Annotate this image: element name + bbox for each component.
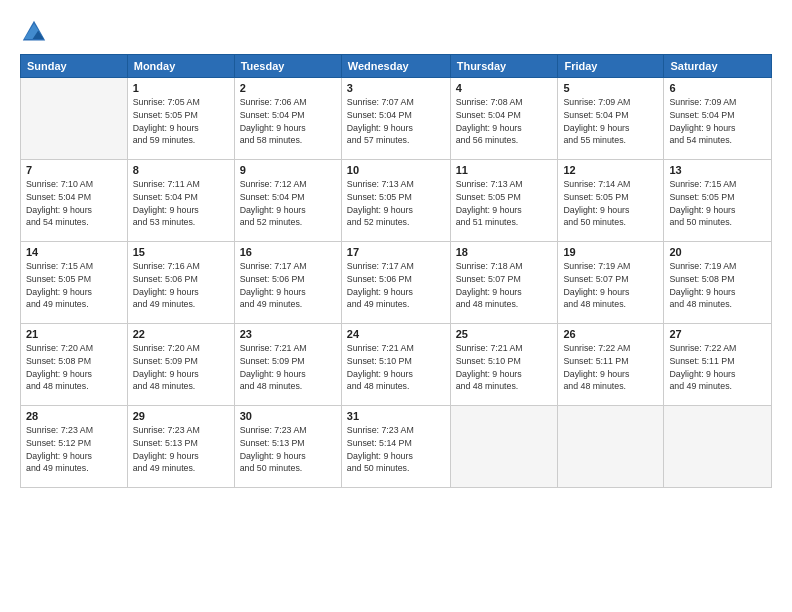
day-number: 26 — [563, 328, 658, 340]
day-info: Sunrise: 7:15 AMSunset: 5:05 PMDaylight:… — [669, 178, 766, 229]
day-number: 30 — [240, 410, 336, 422]
day-number: 23 — [240, 328, 336, 340]
day-info: Sunrise: 7:21 AMSunset: 5:09 PMDaylight:… — [240, 342, 336, 393]
calendar-cell: 14Sunrise: 7:15 AMSunset: 5:05 PMDayligh… — [21, 242, 128, 324]
calendar-cell: 12Sunrise: 7:14 AMSunset: 5:05 PMDayligh… — [558, 160, 664, 242]
calendar-cell: 2Sunrise: 7:06 AMSunset: 5:04 PMDaylight… — [234, 78, 341, 160]
calendar-cell — [664, 406, 772, 488]
day-number: 28 — [26, 410, 122, 422]
calendar-cell: 11Sunrise: 7:13 AMSunset: 5:05 PMDayligh… — [450, 160, 558, 242]
calendar-cell: 26Sunrise: 7:22 AMSunset: 5:11 PMDayligh… — [558, 324, 664, 406]
day-number: 2 — [240, 82, 336, 94]
logo-icon — [20, 18, 48, 46]
calendar-cell: 23Sunrise: 7:21 AMSunset: 5:09 PMDayligh… — [234, 324, 341, 406]
calendar-cell: 3Sunrise: 7:07 AMSunset: 5:04 PMDaylight… — [341, 78, 450, 160]
day-number: 29 — [133, 410, 229, 422]
day-number: 6 — [669, 82, 766, 94]
calendar-cell: 5Sunrise: 7:09 AMSunset: 5:04 PMDaylight… — [558, 78, 664, 160]
day-info: Sunrise: 7:12 AMSunset: 5:04 PMDaylight:… — [240, 178, 336, 229]
day-number: 25 — [456, 328, 553, 340]
day-number: 12 — [563, 164, 658, 176]
calendar-cell: 31Sunrise: 7:23 AMSunset: 5:14 PMDayligh… — [341, 406, 450, 488]
day-info: Sunrise: 7:19 AMSunset: 5:07 PMDaylight:… — [563, 260, 658, 311]
day-info: Sunrise: 7:10 AMSunset: 5:04 PMDaylight:… — [26, 178, 122, 229]
col-header-monday: Monday — [127, 55, 234, 78]
day-info: Sunrise: 7:16 AMSunset: 5:06 PMDaylight:… — [133, 260, 229, 311]
calendar-cell: 15Sunrise: 7:16 AMSunset: 5:06 PMDayligh… — [127, 242, 234, 324]
day-info: Sunrise: 7:11 AMSunset: 5:04 PMDaylight:… — [133, 178, 229, 229]
calendar-cell — [21, 78, 128, 160]
calendar-cell: 7Sunrise: 7:10 AMSunset: 5:04 PMDaylight… — [21, 160, 128, 242]
col-header-saturday: Saturday — [664, 55, 772, 78]
calendar-cell — [450, 406, 558, 488]
calendar-cell: 18Sunrise: 7:18 AMSunset: 5:07 PMDayligh… — [450, 242, 558, 324]
day-number: 7 — [26, 164, 122, 176]
day-info: Sunrise: 7:07 AMSunset: 5:04 PMDaylight:… — [347, 96, 445, 147]
day-info: Sunrise: 7:23 AMSunset: 5:13 PMDaylight:… — [240, 424, 336, 475]
day-info: Sunrise: 7:23 AMSunset: 5:12 PMDaylight:… — [26, 424, 122, 475]
day-info: Sunrise: 7:05 AMSunset: 5:05 PMDaylight:… — [133, 96, 229, 147]
day-number: 1 — [133, 82, 229, 94]
day-number: 11 — [456, 164, 553, 176]
day-info: Sunrise: 7:15 AMSunset: 5:05 PMDaylight:… — [26, 260, 122, 311]
day-number: 15 — [133, 246, 229, 258]
calendar-cell: 4Sunrise: 7:08 AMSunset: 5:04 PMDaylight… — [450, 78, 558, 160]
col-header-friday: Friday — [558, 55, 664, 78]
day-info: Sunrise: 7:13 AMSunset: 5:05 PMDaylight:… — [456, 178, 553, 229]
header — [20, 18, 772, 46]
day-info: Sunrise: 7:13 AMSunset: 5:05 PMDaylight:… — [347, 178, 445, 229]
day-number: 24 — [347, 328, 445, 340]
calendar-header-row: SundayMondayTuesdayWednesdayThursdayFrid… — [21, 55, 772, 78]
day-number: 31 — [347, 410, 445, 422]
logo — [20, 18, 52, 46]
calendar-table: SundayMondayTuesdayWednesdayThursdayFrid… — [20, 54, 772, 488]
calendar-cell: 25Sunrise: 7:21 AMSunset: 5:10 PMDayligh… — [450, 324, 558, 406]
calendar-cell: 6Sunrise: 7:09 AMSunset: 5:04 PMDaylight… — [664, 78, 772, 160]
day-number: 19 — [563, 246, 658, 258]
day-info: Sunrise: 7:21 AMSunset: 5:10 PMDaylight:… — [347, 342, 445, 393]
day-info: Sunrise: 7:20 AMSunset: 5:09 PMDaylight:… — [133, 342, 229, 393]
calendar-cell: 30Sunrise: 7:23 AMSunset: 5:13 PMDayligh… — [234, 406, 341, 488]
day-number: 16 — [240, 246, 336, 258]
day-info: Sunrise: 7:17 AMSunset: 5:06 PMDaylight:… — [240, 260, 336, 311]
calendar-cell: 29Sunrise: 7:23 AMSunset: 5:13 PMDayligh… — [127, 406, 234, 488]
day-info: Sunrise: 7:23 AMSunset: 5:14 PMDaylight:… — [347, 424, 445, 475]
calendar-cell: 8Sunrise: 7:11 AMSunset: 5:04 PMDaylight… — [127, 160, 234, 242]
col-header-tuesday: Tuesday — [234, 55, 341, 78]
calendar-cell: 19Sunrise: 7:19 AMSunset: 5:07 PMDayligh… — [558, 242, 664, 324]
day-number: 10 — [347, 164, 445, 176]
day-info: Sunrise: 7:17 AMSunset: 5:06 PMDaylight:… — [347, 260, 445, 311]
day-info: Sunrise: 7:09 AMSunset: 5:04 PMDaylight:… — [669, 96, 766, 147]
calendar-cell: 28Sunrise: 7:23 AMSunset: 5:12 PMDayligh… — [21, 406, 128, 488]
week-row-1: 1Sunrise: 7:05 AMSunset: 5:05 PMDaylight… — [21, 78, 772, 160]
day-info: Sunrise: 7:21 AMSunset: 5:10 PMDaylight:… — [456, 342, 553, 393]
col-header-thursday: Thursday — [450, 55, 558, 78]
col-header-sunday: Sunday — [21, 55, 128, 78]
day-info: Sunrise: 7:19 AMSunset: 5:08 PMDaylight:… — [669, 260, 766, 311]
calendar-cell: 1Sunrise: 7:05 AMSunset: 5:05 PMDaylight… — [127, 78, 234, 160]
day-number: 22 — [133, 328, 229, 340]
day-number: 20 — [669, 246, 766, 258]
day-number: 14 — [26, 246, 122, 258]
calendar-cell: 16Sunrise: 7:17 AMSunset: 5:06 PMDayligh… — [234, 242, 341, 324]
week-row-4: 21Sunrise: 7:20 AMSunset: 5:08 PMDayligh… — [21, 324, 772, 406]
day-number: 21 — [26, 328, 122, 340]
day-number: 13 — [669, 164, 766, 176]
day-number: 17 — [347, 246, 445, 258]
day-info: Sunrise: 7:09 AMSunset: 5:04 PMDaylight:… — [563, 96, 658, 147]
day-number: 27 — [669, 328, 766, 340]
week-row-5: 28Sunrise: 7:23 AMSunset: 5:12 PMDayligh… — [21, 406, 772, 488]
day-number: 18 — [456, 246, 553, 258]
col-header-wednesday: Wednesday — [341, 55, 450, 78]
day-number: 9 — [240, 164, 336, 176]
day-info: Sunrise: 7:08 AMSunset: 5:04 PMDaylight:… — [456, 96, 553, 147]
calendar-cell: 22Sunrise: 7:20 AMSunset: 5:09 PMDayligh… — [127, 324, 234, 406]
day-number: 3 — [347, 82, 445, 94]
calendar-cell: 10Sunrise: 7:13 AMSunset: 5:05 PMDayligh… — [341, 160, 450, 242]
page: SundayMondayTuesdayWednesdayThursdayFrid… — [0, 0, 792, 612]
day-info: Sunrise: 7:23 AMSunset: 5:13 PMDaylight:… — [133, 424, 229, 475]
week-row-2: 7Sunrise: 7:10 AMSunset: 5:04 PMDaylight… — [21, 160, 772, 242]
day-info: Sunrise: 7:22 AMSunset: 5:11 PMDaylight:… — [563, 342, 658, 393]
day-number: 4 — [456, 82, 553, 94]
day-number: 5 — [563, 82, 658, 94]
